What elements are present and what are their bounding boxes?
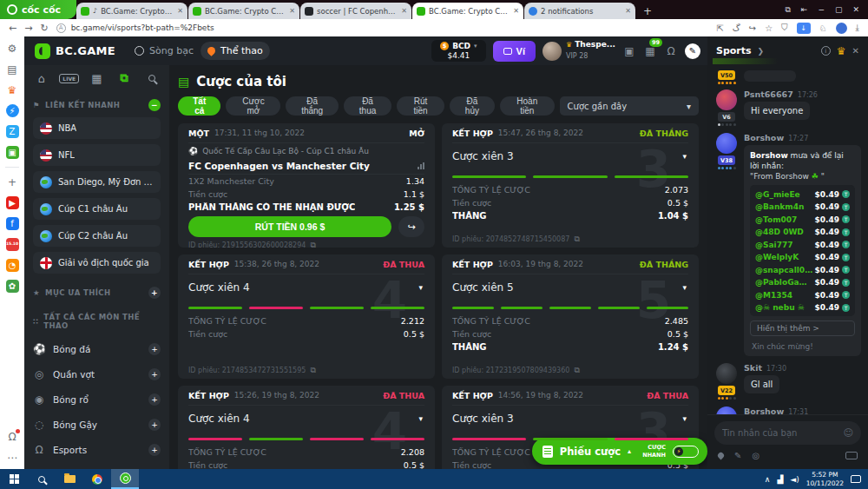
messenger-icon[interactable]: ⚡ xyxy=(6,104,19,117)
bcgame-logo[interactable]: BC.GAME xyxy=(24,43,128,59)
trophy-icon[interactable]: ♛ xyxy=(837,45,846,57)
avatar[interactable] xyxy=(716,133,737,154)
show-more-button[interactable]: Hiển thị thêm > xyxy=(750,320,855,336)
filter-pill[interactable]: Cược mở xyxy=(226,96,280,116)
sort-dropdown[interactable]: Cược gần đây▾ xyxy=(560,96,699,116)
downloads-tray-icon[interactable]: ⤓ xyxy=(856,23,859,33)
browser-tab[interactable]: BC.Game: Crypto Casino Gar✕ xyxy=(412,3,523,19)
my-bets-icon[interactable]: ⧉ xyxy=(115,69,133,87)
emoji-icon[interactable]: ☺ xyxy=(844,427,853,439)
filter-pill[interactable]: Đã thắng xyxy=(286,96,339,116)
filter-pill[interactable]: Rút tiền xyxy=(397,96,444,116)
tab-close-icon[interactable]: ✕ xyxy=(177,7,183,15)
taskbar-chrome-icon[interactable] xyxy=(83,469,111,489)
tab-close-icon[interactable]: ✕ xyxy=(401,7,407,15)
taskbar-search-icon[interactable] xyxy=(28,469,56,489)
tray-chevron-icon[interactable]: ∧ xyxy=(765,475,771,484)
sidebar-quicklink[interactable]: San Diego, Mỹ Đơn Nữ xyxy=(33,171,161,193)
chevron-right-icon[interactable]: ❯ xyxy=(758,47,765,56)
browser-tab[interactable]: ♪BC.Game: Crypto Casino✕ xyxy=(76,3,187,19)
expand-sport-button[interactable]: + xyxy=(148,444,161,456)
download-box-icon[interactable]: ↓ xyxy=(797,23,811,34)
chevron-down-icon[interactable]: ▾ xyxy=(418,283,423,292)
back-icon[interactable]: ← xyxy=(9,23,16,34)
maximize-button[interactable]: ▢ xyxy=(835,5,843,15)
reader-icon[interactable]: ▤ xyxy=(6,63,19,76)
sale-icon[interactable]: 15.10 xyxy=(6,238,19,251)
reload-icon[interactable]: ↻ xyxy=(40,23,48,34)
settings-icon[interactable]: ⚙ xyxy=(6,42,19,55)
garden-icon[interactable]: ✿ xyxy=(6,280,19,293)
bet-card[interactable]: KẾT HỢP15:47, 26 thg 8, 2022ĐÃ THẮNG3Cượ… xyxy=(442,123,699,248)
action-center-icon[interactable] xyxy=(851,475,861,483)
filter-pill[interactable]: Hoàn tiền xyxy=(500,96,555,116)
chevron-down-icon[interactable]: ▾ xyxy=(682,283,687,292)
nav-sports[interactable]: Thể thao xyxy=(201,42,270,60)
live-icon[interactable]: LIVE xyxy=(61,69,78,87)
bet-card[interactable]: KẾT HỢP15:26, 19 thg 8, 2022ĐÃ THUA4Cược… xyxy=(178,386,435,469)
volume-icon[interactable]: ◄) xyxy=(790,475,799,484)
filter-pill[interactable]: Đã hủy xyxy=(450,96,495,116)
filter-active[interactable]: Tất cả xyxy=(178,96,220,116)
timer-icon[interactable]: ◔ xyxy=(6,259,19,272)
taskbar-coccoc-icon[interactable] xyxy=(111,469,139,489)
copy-icon[interactable]: ⧉ xyxy=(574,235,579,244)
extensions-bell-icon[interactable]: ♘ xyxy=(819,23,827,33)
wallet-button[interactable]: Ví xyxy=(493,41,536,62)
keyboard-icon[interactable] xyxy=(845,452,858,459)
forward-icon[interactable]: → xyxy=(24,23,32,34)
chat-tab-sports[interactable]: Sports xyxy=(716,45,752,56)
translate-icon[interactable]: گ xyxy=(733,23,740,33)
taskbar-start-icon[interactable] xyxy=(0,469,28,489)
search-icon[interactable] xyxy=(143,69,161,87)
bookmark-star-icon[interactable]: ☆ xyxy=(765,23,773,33)
avatar[interactable] xyxy=(716,363,737,384)
sidebar-quicklink[interactable]: Cúp C2 châu Âu xyxy=(33,225,161,247)
expand-sport-button[interactable]: + xyxy=(148,368,161,380)
collapse-button[interactable]: − xyxy=(148,99,161,111)
cashout-button[interactable]: RÚT TIỀN 0.96 $ xyxy=(188,216,391,237)
tab-close-icon[interactable]: ✕ xyxy=(625,7,631,15)
stats-icon[interactable] xyxy=(418,162,424,169)
bell-icon[interactable]: Ω xyxy=(664,44,678,58)
bet-card[interactable]: KẾT HỢP15:38, 26 thg 8, 2022ĐÃ THUA4Cược… xyxy=(178,254,435,379)
sidebar-sport-item[interactable]: ΩEsports+ xyxy=(33,437,161,462)
notifications-bell-icon[interactable]: Ω xyxy=(6,430,19,443)
rules-icon[interactable]: ✎ xyxy=(734,451,741,460)
tab-search-icon[interactable]: ⧉ xyxy=(785,5,790,15)
vault-icon[interactable]: ▣ xyxy=(622,44,636,58)
chat-info-icon[interactable]: i xyxy=(821,46,831,56)
url-field[interactable]: A bc.game/vi/sports?bt-path=%2Fbets xyxy=(56,23,709,33)
shield-icon[interactable]: ⛉ xyxy=(781,23,788,33)
avatar[interactable] xyxy=(716,89,737,110)
coccoc-brand-button[interactable]: cốc cốc xyxy=(0,0,76,19)
chevron-down-icon[interactable]: ▾ xyxy=(418,414,423,423)
rain-icon[interactable] xyxy=(717,451,726,459)
tab-close-icon[interactable]: ✕ xyxy=(513,7,519,15)
add-icon[interactable]: + xyxy=(6,175,19,188)
sidebar-sport-item[interactable]: ▣FIFA+ xyxy=(33,462,161,469)
quick-bet-toggle[interactable]: ⚡ xyxy=(673,446,699,458)
sidebar-sport-item[interactable]: ⚽Bóng đá+ xyxy=(33,336,161,361)
crown-icon[interactable]: ♛ xyxy=(6,83,19,96)
share-button[interactable]: ↪ xyxy=(398,216,424,237)
more-icon[interactable]: ⋯ xyxy=(6,451,19,464)
copy-icon[interactable]: ⧉ xyxy=(310,241,315,248)
browser-tab[interactable]: 2 notifications✕ xyxy=(524,3,635,19)
expand-sport-button[interactable]: + xyxy=(148,393,161,406)
expand-sport-button[interactable]: + xyxy=(148,419,161,431)
chat-toggle[interactable]: ✎ xyxy=(685,43,700,59)
bet-card[interactable]: MỘT17:31, 11 thg 10, 2022MỞ⚽Quốc Tế Cấp … xyxy=(178,123,435,248)
profile-avatar[interactable] xyxy=(836,23,847,34)
chevron-down-icon[interactable]: ▾ xyxy=(682,152,687,161)
user-menu[interactable]: ♛Thespe... VIP 28 xyxy=(542,40,615,62)
games-icon[interactable]: ▣ xyxy=(6,146,19,159)
sidebar-quicklink[interactable]: NFL xyxy=(33,144,161,166)
network-icon[interactable]: ▟ xyxy=(777,475,783,484)
taskbar-clock[interactable]: 5:52 PM 10/11/2022 xyxy=(806,471,844,488)
sidebar-sport-item[interactable]: ◎Quần vợt+ xyxy=(33,361,161,387)
bet-card[interactable]: KẾT HỢP16:03, 19 thg 8, 2022ĐÃ THẮNG5Cượ… xyxy=(442,254,699,379)
avatar[interactable] xyxy=(716,406,737,414)
chat-close-icon[interactable]: ✕ xyxy=(852,46,859,56)
share-icon[interactable]: ↪ xyxy=(749,23,756,33)
